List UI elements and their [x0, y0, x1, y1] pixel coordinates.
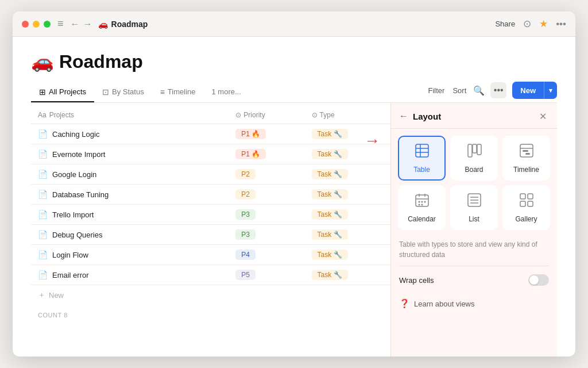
star-icon[interactable]: ★: [539, 18, 548, 30]
row-1-project[interactable]: 📄Evernote Import: [31, 144, 229, 164]
tab-table-icon: ⊞: [39, 87, 46, 97]
table-row: 📄Google Login P2 Task 🔧: [31, 164, 390, 185]
tab-timeline[interactable]: ≡ Timeline: [152, 83, 204, 102]
list-layout-icon: [466, 192, 482, 212]
add-icon: ＋: [38, 290, 45, 300]
row-4-priority: P3: [229, 205, 304, 225]
row-6-type: Task 🔧: [305, 245, 390, 265]
layout-item-board[interactable]: Board: [450, 136, 498, 181]
more-icon[interactable]: •••: [556, 18, 566, 30]
window-title: 🚗 Roadmap: [98, 20, 496, 29]
layout-timeline-label: Timeline: [513, 166, 539, 174]
projects-table: Aa Projects ⊙ Priority: [31, 106, 390, 285]
svg-rect-0: [416, 144, 428, 157]
row-2-priority: P2: [229, 164, 304, 185]
svg-rect-25: [528, 194, 533, 199]
svg-rect-10: [525, 153, 530, 155]
row-6-priority: P4: [229, 245, 304, 265]
sort-button[interactable]: Sort: [451, 84, 467, 97]
tab-more[interactable]: 1 more...: [204, 83, 249, 102]
table-area: Aa Projects ⊙ Priority: [31, 103, 390, 356]
tab-by-status[interactable]: ⊡ By Status: [94, 83, 152, 102]
wrap-cells-toggle[interactable]: [528, 274, 549, 286]
tab-all-projects[interactable]: ⊞ All Projects: [31, 83, 94, 102]
wrap-cells-label: Wrap cells: [399, 276, 528, 285]
svg-point-16: [421, 201, 423, 203]
forward-button[interactable]: →: [83, 19, 92, 29]
search-icon[interactable]: 🔍: [473, 85, 485, 96]
row-3-project[interactable]: 📄Database Tuning: [31, 185, 229, 204]
row-1-priority: P1 🔥: [229, 144, 304, 164]
table-row: 📄Database Tuning P2 Task 🔧: [31, 185, 390, 205]
filter-button[interactable]: Filter: [427, 84, 446, 97]
tab-more-label: 1 more...: [212, 87, 241, 96]
svg-rect-26: [520, 201, 525, 206]
row-0-project[interactable]: 📄Caching Logic: [31, 124, 229, 144]
menu-icon[interactable]: ≡: [57, 18, 64, 30]
maximize-button[interactable]: [44, 21, 51, 28]
row-7-type: Task 🔧: [305, 265, 390, 285]
layout-item-list[interactable]: List: [450, 185, 498, 230]
layout-calendar-label: Calendar: [408, 215, 436, 223]
layout-gallery-label: Gallery: [515, 215, 537, 223]
svg-rect-9: [523, 150, 528, 152]
table-body: 📄Caching Logic P1 🔥 Task 🔧 📄Evernote Imp…: [31, 124, 390, 285]
row-3-type: Task 🔧: [305, 185, 390, 205]
col-priority-icon: ⊙: [235, 111, 241, 119]
tab-timeline-label: Timeline: [168, 87, 196, 96]
svg-rect-5: [473, 144, 477, 153]
nav-arrows: ← →: [71, 19, 92, 29]
table-row: 📄Trello Import P3 Task 🔧: [31, 205, 390, 225]
row-5-project[interactable]: 📄Debug Queries: [31, 225, 229, 244]
title-bar-actions: Share ⊙ ★ •••: [495, 18, 566, 30]
window-emoji: 🚗: [98, 20, 108, 29]
page-title: 🚗 Roadmap: [31, 51, 557, 72]
table-row: 📄Email error P5 Task 🔧: [31, 265, 390, 285]
table-header: Aa Projects ⊙ Priority: [31, 106, 390, 124]
doc-icon: 📄: [38, 270, 48, 279]
main-window: ≡ ← → 🚗 Roadmap Share ⊙ ★ ••• 🚗 Roadmap …: [13, 12, 575, 356]
minimize-button[interactable]: [33, 21, 40, 28]
learn-about-views-link[interactable]: ❓ Learn about views: [391, 294, 557, 313]
col-projects-label: Projects: [49, 111, 74, 119]
row-7-project[interactable]: 📄Email error: [31, 265, 229, 285]
doc-icon: 📄: [38, 210, 48, 219]
row-3-priority: P2: [229, 185, 304, 205]
learn-label: Learn about views: [414, 300, 475, 308]
new-button-dropdown[interactable]: ▾: [544, 82, 557, 99]
more-options-button[interactable]: •••: [490, 82, 506, 98]
panel-title: Layout: [413, 112, 536, 121]
table-row: 📄Evernote Import P1 🔥 Task 🔧: [31, 144, 390, 164]
toolbar-actions: Filter Sort 🔍 ••• New ▾: [427, 82, 557, 102]
panel-header: ← Layout ✕: [391, 103, 557, 129]
svg-rect-24: [520, 194, 525, 199]
new-button[interactable]: New ▾: [512, 82, 557, 99]
back-button[interactable]: ←: [71, 19, 80, 29]
table-layout-icon: [414, 143, 430, 162]
svg-rect-6: [477, 144, 481, 155]
layout-board-label: Board: [465, 166, 483, 174]
panel-close-button[interactable]: ✕: [536, 110, 549, 122]
add-new-row[interactable]: ＋ New: [31, 285, 390, 305]
layout-item-calendar[interactable]: Calendar: [398, 185, 446, 230]
layout-item-timeline[interactable]: Timeline: [502, 136, 550, 181]
calendar-layout-icon: [414, 192, 430, 212]
share-button[interactable]: Share: [495, 20, 515, 28]
close-button[interactable]: [22, 21, 29, 28]
layout-item-table[interactable]: Table: [398, 136, 446, 181]
panel-back-button[interactable]: ←: [399, 111, 408, 121]
board-layout-icon: [466, 143, 482, 162]
row-6-project[interactable]: 📄Login Flow: [31, 245, 229, 264]
gallery-layout-icon: [519, 192, 535, 212]
svg-point-18: [418, 204, 420, 206]
wrap-cells-row: Wrap cells: [391, 266, 557, 294]
tab-status-icon: ⊡: [102, 87, 109, 97]
row-2-project[interactable]: 📄Google Login: [31, 164, 229, 184]
row-4-project[interactable]: 📄Trello Import: [31, 205, 229, 224]
user-icon[interactable]: ⊙: [523, 18, 531, 30]
table-row: 📄Caching Logic P1 🔥 Task 🔧: [31, 124, 390, 144]
tab-by-status-label: By Status: [112, 87, 144, 96]
timeline-layout-icon: [519, 143, 535, 162]
layout-item-gallery[interactable]: Gallery: [502, 185, 550, 230]
content-area: 🚗 Roadmap ⊞ All Projects ⊡ By Status ≡ T…: [13, 37, 575, 356]
